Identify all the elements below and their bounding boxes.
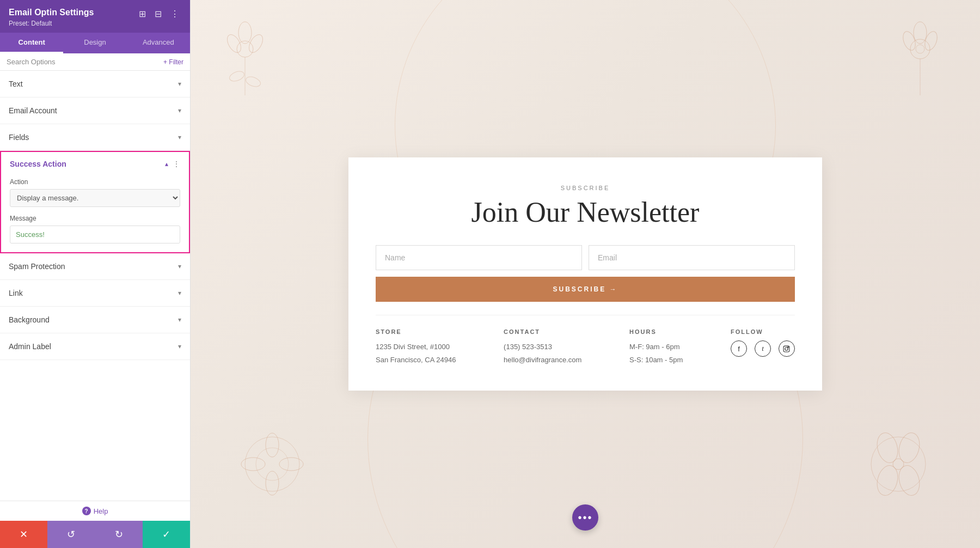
screen-icon-button[interactable]: ⊞ xyxy=(137,8,148,20)
sidebar: Email Optin Settings Preset: Default ⊞ ⊟… xyxy=(0,0,191,548)
svg-point-26 xyxy=(785,347,788,350)
section-fields: Fields ▾ xyxy=(0,124,190,151)
section-success-action-label: Success Action xyxy=(10,160,66,168)
subscribe-button[interactable]: SUBSCRIBE → xyxy=(376,277,795,302)
section-email-account: Email Account ▾ xyxy=(0,98,190,124)
action-select[interactable]: Display a message. Redirect to URL None xyxy=(10,189,180,207)
help-icon: ? xyxy=(82,507,91,515)
section-background: Background ▾ xyxy=(0,307,190,333)
tab-advanced[interactable]: Advanced xyxy=(127,33,190,53)
section-fields-label: Fields xyxy=(9,133,29,142)
hours-weekday: M-F: 9am - 6pm xyxy=(629,340,683,353)
section-admin-label-chevron: ▾ xyxy=(178,343,181,350)
filter-label: + Filter xyxy=(163,58,183,66)
redo-button[interactable]: ↻ xyxy=(95,521,143,548)
section-email-account-label: Email Account xyxy=(9,106,57,115)
section-success-action-chevron-up: ▴ xyxy=(165,160,168,168)
svg-point-20 xyxy=(874,430,901,465)
action-field-label: Action xyxy=(10,178,180,186)
tab-design[interactable]: Design xyxy=(63,33,126,53)
section-text: Text ▾ xyxy=(0,71,190,98)
contact-title: CONTACT xyxy=(504,328,581,335)
sidebar-tabs: Content Design Advanced xyxy=(0,33,190,53)
undo-button[interactable]: ↺ xyxy=(47,521,95,548)
message-input[interactable] xyxy=(10,226,180,243)
section-admin-label: Admin Label ▾ xyxy=(0,333,190,360)
sidebar-title: Email Optin Settings xyxy=(9,8,94,17)
section-fields-chevron: ▾ xyxy=(178,133,181,141)
section-email-account-header[interactable]: Email Account ▾ xyxy=(0,98,190,124)
section-admin-label-label: Admin Label xyxy=(9,342,51,351)
newsletter-form: SUBSCRIBE → xyxy=(376,245,795,302)
svg-point-22 xyxy=(874,463,901,497)
sidebar-search-bar: Search Options + Filter xyxy=(0,53,190,71)
section-success-action-dots[interactable]: ⋮ xyxy=(173,160,180,168)
newsletter-card: SUBSCRIBE Join Our Newsletter SUBSCRIBE … xyxy=(348,157,822,391)
store-address2: San Francisco, CA 24946 xyxy=(376,354,456,366)
svg-point-10 xyxy=(910,39,930,59)
section-success-action-header[interactable]: Success Action ▴ ⋮ xyxy=(1,152,189,175)
footer-col-hours: HOURS M-F: 9am - 6pm S-S: 10am - 5pm xyxy=(629,328,683,366)
save-icon: ✓ xyxy=(162,528,170,540)
svg-point-21 xyxy=(896,430,922,465)
floral-top-left xyxy=(207,11,283,100)
undo-icon: ↺ xyxy=(67,528,75,540)
section-spam-protection: Spam Protection ▾ xyxy=(0,253,190,280)
svg-point-13 xyxy=(245,437,299,491)
section-link-header[interactable]: Link ▾ xyxy=(0,280,190,306)
section-spam-protection-chevron: ▾ xyxy=(178,263,181,270)
filter-button[interactable]: + Filter xyxy=(163,58,183,66)
social-icons-group: f t xyxy=(731,340,795,357)
svg-point-19 xyxy=(871,437,926,491)
svg-point-11 xyxy=(916,45,924,53)
sidebar-preset[interactable]: Preset: Default xyxy=(9,20,94,27)
section-fields-header[interactable]: Fields ▾ xyxy=(0,124,190,150)
section-text-chevron: ▾ xyxy=(178,80,181,88)
section-text-header[interactable]: Text ▾ xyxy=(0,71,190,97)
svg-point-0 xyxy=(238,22,252,44)
name-input[interactable] xyxy=(376,245,582,270)
store-title: STORE xyxy=(376,328,456,335)
svg-point-27 xyxy=(788,346,789,348)
contact-phone: (135) 523-3513 xyxy=(504,340,581,353)
hours-title: HOURS xyxy=(629,328,683,335)
cancel-button[interactable]: ✕ xyxy=(0,521,47,548)
action-bar: ✕ ↺ ↻ ✓ xyxy=(0,521,190,548)
facebook-icon[interactable]: f xyxy=(731,340,747,357)
fab-dots: ••• xyxy=(578,512,592,524)
section-spam-protection-label: Spam Protection xyxy=(9,262,65,271)
svg-point-14 xyxy=(256,448,289,480)
svg-point-5 xyxy=(228,70,246,83)
store-address1: 1235 Divi Street, #1000 xyxy=(376,340,456,353)
floral-bottom-right xyxy=(849,415,947,515)
twitter-icon[interactable]: t xyxy=(755,340,771,357)
sidebar-header: Email Optin Settings Preset: Default ⊞ ⊟… xyxy=(0,0,190,33)
section-background-header[interactable]: Background ▾ xyxy=(0,307,190,333)
email-input[interactable] xyxy=(589,245,795,270)
section-background-chevron: ▾ xyxy=(178,316,181,324)
section-link-chevron: ▾ xyxy=(178,289,181,297)
section-success-action: Success Action ▴ ⋮ Action Display a mess… xyxy=(0,151,190,253)
newsletter-subscribe-label: SUBSCRIBE xyxy=(376,185,795,191)
redo-icon: ↻ xyxy=(115,528,123,540)
form-fields-row xyxy=(376,245,795,270)
success-action-content: Action Display a message. Redirect to UR… xyxy=(1,175,189,252)
grid-icon-button[interactable]: ⊟ xyxy=(152,8,164,20)
floating-action-button[interactable]: ••• xyxy=(572,504,598,531)
floral-top-right xyxy=(877,11,964,100)
svg-point-6 xyxy=(244,75,262,89)
sidebar-sections: Text ▾ Email Account ▾ Fields ▾ Success … xyxy=(0,71,190,501)
newsletter-footer: STORE 1235 Divi Street, #1000 San Franci… xyxy=(376,315,795,366)
section-spam-protection-header[interactable]: Spam Protection ▾ xyxy=(0,253,190,279)
save-button[interactable]: ✓ xyxy=(143,521,190,548)
instagram-icon[interactable] xyxy=(779,340,795,357)
section-background-label: Background xyxy=(9,315,50,324)
sidebar-footer: ? Help xyxy=(0,501,190,521)
floral-bottom-left xyxy=(223,415,321,515)
svg-point-23 xyxy=(896,463,922,497)
section-admin-label-header[interactable]: Admin Label ▾ xyxy=(0,333,190,360)
tab-content[interactable]: Content xyxy=(0,33,63,53)
help-link[interactable]: ? Help xyxy=(82,507,108,515)
follow-title: FOLLOW xyxy=(731,328,795,335)
more-options-button[interactable]: ⋮ xyxy=(168,8,181,20)
